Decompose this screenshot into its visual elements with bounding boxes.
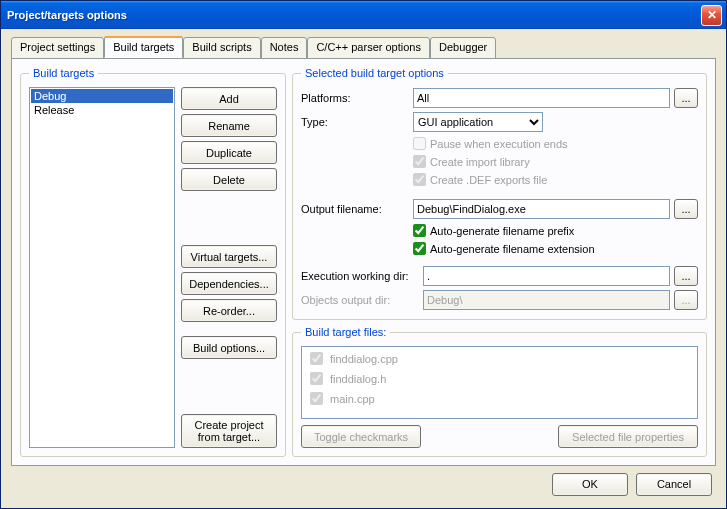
window-title: Project/targets options: [7, 9, 701, 21]
target-buttons: Add Rename Duplicate Delete Virtual targ…: [181, 87, 277, 448]
ok-button[interactable]: OK: [552, 473, 628, 496]
reorder-button[interactable]: Re-order...: [181, 299, 277, 322]
pause-checkbox: Pause when execution ends: [413, 135, 698, 152]
client-area: Project settings Build targets Build scr…: [1, 29, 726, 508]
tab-build-targets[interactable]: Build targets: [104, 36, 183, 58]
create-def-checkbox: Create .DEF exports file: [413, 171, 698, 188]
right-column: Selected build target options Platforms:…: [292, 67, 707, 457]
exec-dir-browse-button[interactable]: ...: [674, 266, 698, 286]
platforms-input[interactable]: [413, 88, 670, 108]
selected-target-legend: Selected build target options: [301, 67, 448, 79]
dependencies-button[interactable]: Dependencies...: [181, 272, 277, 295]
file-item[interactable]: finddialog.cpp: [306, 349, 693, 368]
list-item[interactable]: Release: [31, 103, 173, 117]
list-item[interactable]: Debug: [31, 89, 173, 103]
obj-dir-browse-button: ...: [674, 290, 698, 310]
build-targets-legend: Build targets: [29, 67, 98, 79]
selected-file-properties-button: Selected file properties: [558, 425, 698, 448]
platforms-label: Platforms:: [301, 92, 409, 104]
left-column: Build targets Debug Release Add Rename D…: [20, 67, 286, 457]
auto-extension-checkbox[interactable]: Auto-generate filename extension: [413, 240, 698, 257]
obj-dir-label: Objects output dir:: [301, 294, 419, 306]
tab-cpp-parser[interactable]: C/C++ parser options: [307, 37, 430, 59]
add-button[interactable]: Add: [181, 87, 277, 110]
dialog-window: Project/targets options ✕ Project settin…: [0, 0, 727, 509]
dialog-footer: OK Cancel: [11, 466, 716, 502]
close-icon[interactable]: ✕: [701, 5, 722, 26]
tab-notes[interactable]: Notes: [261, 37, 308, 59]
files-legend: Build target files:: [301, 326, 390, 338]
exec-dir-input[interactable]: [423, 266, 670, 286]
duplicate-button[interactable]: Duplicate: [181, 141, 277, 164]
file-item[interactable]: finddialog.h: [306, 369, 693, 388]
build-options-button[interactable]: Build options...: [181, 336, 277, 359]
create-import-checkbox: Create import library: [413, 153, 698, 170]
auto-prefix-checkbox[interactable]: Auto-generate filename prefix: [413, 222, 698, 239]
tab-debugger[interactable]: Debugger: [430, 37, 496, 59]
output-filename-input[interactable]: [413, 199, 670, 219]
exec-dir-label: Execution working dir:: [301, 270, 419, 282]
create-project-from-target-button[interactable]: Create project from target...: [181, 414, 277, 448]
build-target-files-group: Build target files: finddialog.cpp findd…: [292, 326, 707, 457]
tab-page: Build targets Debug Release Add Rename D…: [11, 58, 716, 466]
cancel-button[interactable]: Cancel: [636, 473, 712, 496]
virtual-targets-button[interactable]: Virtual targets...: [181, 245, 277, 268]
output-filename-label: Output filename:: [301, 203, 409, 215]
titlebar: Project/targets options ✕: [1, 1, 726, 29]
tab-strip: Project settings Build targets Build scr…: [11, 37, 716, 59]
file-item[interactable]: main.cpp: [306, 389, 693, 408]
tab-project-settings[interactable]: Project settings: [11, 37, 104, 59]
type-combobox[interactable]: GUI application: [413, 112, 543, 132]
targets-listbox[interactable]: Debug Release: [29, 87, 175, 448]
build-targets-group: Build targets Debug Release Add Rename D…: [20, 67, 286, 457]
obj-dir-input: [423, 290, 670, 310]
platforms-browse-button[interactable]: ...: [674, 88, 698, 108]
delete-button[interactable]: Delete: [181, 168, 277, 191]
selected-target-options-group: Selected build target options Platforms:…: [292, 67, 707, 320]
files-listbox[interactable]: finddialog.cpp finddialog.h main.cpp: [301, 346, 698, 419]
toggle-checkmarks-button: Toggle checkmarks: [301, 425, 421, 448]
output-browse-button[interactable]: ...: [674, 199, 698, 219]
tab-build-scripts[interactable]: Build scripts: [183, 37, 260, 59]
rename-button[interactable]: Rename: [181, 114, 277, 137]
type-label: Type:: [301, 116, 409, 128]
